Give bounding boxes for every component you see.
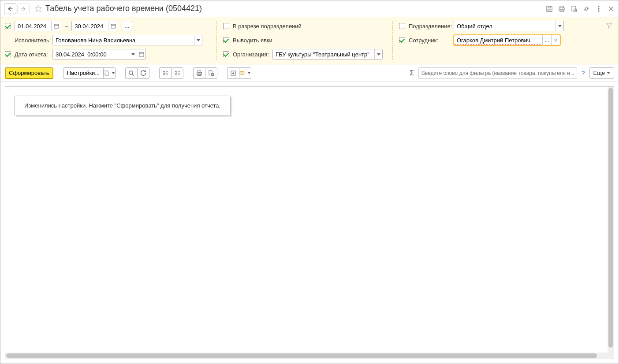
- employee-checkbox[interactable]: [399, 37, 405, 43]
- refresh-button[interactable]: [137, 67, 149, 79]
- department-input[interactable]: [454, 21, 564, 31]
- employee-input[interactable]: ... ×: [454, 35, 560, 45]
- generate-button[interactable]: Сформировать: [5, 67, 53, 79]
- find-button[interactable]: [125, 67, 138, 79]
- organization-input[interactable]: [272, 49, 383, 59]
- parameters-panel: – ... Исполнитель: Дата: [0, 17, 619, 64]
- report-area: Изменились настройки. Нажмите "Сформиров…: [5, 86, 614, 359]
- svg-rect-13: [139, 52, 144, 56]
- by-department-label: В разрезе подразделений: [233, 23, 302, 30]
- report-date-checkbox[interactable]: [5, 51, 11, 57]
- svg-point-10: [598, 10, 600, 11]
- select-button[interactable]: ...: [542, 35, 551, 45]
- svg-rect-15: [105, 72, 109, 75]
- filter-input[interactable]: [418, 67, 577, 79]
- dropdown-icon[interactable]: [129, 49, 137, 59]
- window-title: Табель учета рабочего времени (0504421): [45, 4, 545, 13]
- period-select-button[interactable]: ...: [122, 21, 132, 31]
- svg-point-9: [598, 8, 600, 9]
- preview-icon[interactable]: [570, 5, 578, 13]
- collapse-all-button[interactable]: [171, 67, 183, 79]
- range-dash: –: [65, 23, 68, 30]
- more-button[interactable]: Еще: [589, 67, 614, 79]
- calendar-icon[interactable]: [51, 21, 61, 31]
- settings-changed-message: Изменились настройки. Нажмите "Сформиров…: [14, 96, 231, 115]
- svg-rect-2: [548, 9, 551, 11]
- department-checkbox[interactable]: [399, 23, 405, 29]
- executor-input[interactable]: [52, 35, 202, 45]
- horizontal-scrollbar[interactable]: [5, 353, 608, 359]
- svg-rect-17: [198, 71, 201, 72]
- svg-rect-3: [560, 6, 563, 8]
- svg-rect-12: [111, 24, 116, 28]
- executor-label: Исполнитель:: [15, 37, 49, 44]
- kebab-menu-icon[interactable]: [595, 5, 603, 13]
- by-department-checkbox[interactable]: [223, 23, 229, 29]
- nav-back-button[interactable]: [4, 4, 16, 14]
- save-icon[interactable]: [545, 5, 553, 13]
- print-preview-button[interactable]: [205, 67, 217, 79]
- svg-rect-0: [547, 6, 552, 11]
- employee-label: Сотрудник:: [409, 37, 450, 44]
- svg-rect-6: [572, 6, 575, 11]
- clear-button[interactable]: ×: [551, 35, 560, 45]
- close-icon[interactable]: [607, 5, 615, 13]
- report-date-input[interactable]: [52, 49, 146, 59]
- toolbar: Сформировать Настройки...: [0, 64, 619, 82]
- sigma-icon: Σ: [410, 69, 414, 77]
- date-from-input[interactable]: [15, 21, 61, 31]
- print-icon[interactable]: [558, 5, 566, 13]
- nav-forward-button[interactable]: [17, 4, 30, 14]
- settings-button[interactable]: Настройки...: [63, 67, 104, 79]
- filter-icon[interactable]: [606, 22, 612, 29]
- department-label: Подразделение:: [409, 23, 450, 30]
- date-to-input[interactable]: [71, 21, 118, 31]
- save-as-button[interactable]: [227, 67, 239, 79]
- svg-point-8: [598, 6, 600, 7]
- print-button[interactable]: [193, 67, 205, 79]
- favorite-star-icon[interactable]: [34, 4, 43, 13]
- svg-rect-20: [209, 71, 212, 75]
- dropdown-icon[interactable]: [556, 21, 563, 31]
- period-checkbox[interactable]: [5, 23, 11, 29]
- svg-point-21: [211, 73, 214, 76]
- show-attendance-checkbox[interactable]: [223, 37, 229, 43]
- dropdown-icon[interactable]: [194, 35, 202, 45]
- organization-label: Организация:: [233, 51, 269, 58]
- settings-variants-button[interactable]: [103, 67, 116, 79]
- organization-checkbox[interactable]: [223, 51, 229, 57]
- expand-all-button[interactable]: [159, 67, 172, 79]
- dropdown-icon[interactable]: [374, 49, 382, 59]
- show-attendance-label: Выводить явки: [233, 37, 272, 44]
- report-date-label: Дата отчета:: [15, 51, 49, 58]
- help-button[interactable]: ?: [582, 70, 585, 77]
- calendar-icon[interactable]: [137, 49, 145, 59]
- vertical-scrollbar[interactable]: [608, 87, 614, 353]
- svg-rect-11: [54, 24, 59, 28]
- send-email-button[interactable]: [239, 67, 251, 79]
- calendar-icon[interactable]: [108, 21, 118, 31]
- svg-point-16: [129, 71, 133, 74]
- link-icon[interactable]: [582, 5, 590, 13]
